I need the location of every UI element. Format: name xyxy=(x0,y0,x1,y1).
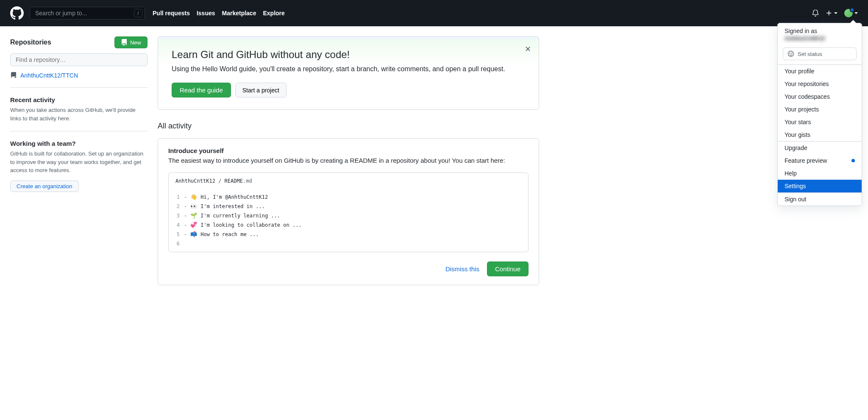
menu-your-profile[interactable]: Your profile xyxy=(778,65,862,78)
nav-issues[interactable]: Issues xyxy=(197,10,215,17)
introduce-body: The easiest way to introduce yourself on… xyxy=(168,156,529,166)
all-activity-heading: All activity xyxy=(158,122,539,131)
readme-path: AnhthuCnttK12 / README.md xyxy=(169,173,528,189)
new-repo-button[interactable]: New xyxy=(114,36,147,48)
svg-point-2 xyxy=(792,53,792,53)
global-header: / Pull requests Issues Marketplace Explo… xyxy=(0,0,868,26)
introduce-card: Introduce yourself The easiest way to in… xyxy=(158,138,539,285)
start-project-button[interactable]: Start a project xyxy=(235,83,287,97)
code-line: 3-🌱I'm currently learning ... xyxy=(169,211,528,220)
set-status-label: Set status xyxy=(798,51,822,57)
introduce-title: Introduce yourself xyxy=(168,147,529,154)
banner-body: Using the Hello World guide, you'll crea… xyxy=(172,64,525,74)
create-org-button[interactable]: Create an organization xyxy=(10,181,79,192)
code-line: 2-👀I'm interested in ... xyxy=(169,202,528,211)
avatar xyxy=(844,9,853,17)
code-line: 6 xyxy=(169,239,528,248)
menu-help[interactable]: Help xyxy=(778,167,862,180)
continue-button[interactable]: Continue xyxy=(487,261,529,276)
user-dropdown: Signed in as AnhthuCnttK12 Set status Yo… xyxy=(777,23,862,206)
menu-your-repositories[interactable]: Your repositories xyxy=(778,78,862,90)
nav-marketplace[interactable]: Marketplace xyxy=(222,10,256,17)
add-menu[interactable] xyxy=(826,10,837,17)
nav-pull-requests[interactable]: Pull requests xyxy=(153,10,190,17)
set-status-button[interactable]: Set status xyxy=(783,47,857,60)
learn-banner: ✕ Learn Git and GitHub without any code!… xyxy=(158,36,539,110)
repo-link[interactable]: AnhthuCnttK12/TTCN xyxy=(10,72,147,79)
signed-in-user: AnhthuCnttK12 xyxy=(785,35,855,42)
menu-your-codespaces[interactable]: Your codespaces xyxy=(778,90,862,103)
new-repo-label: New xyxy=(130,39,141,46)
search-input[interactable] xyxy=(30,7,145,19)
close-icon[interactable]: ✕ xyxy=(525,45,531,54)
menu-your-projects[interactable]: Your projects xyxy=(778,103,862,116)
code-line: 1-👋Hi, I'm @AnhthuCnttK12 xyxy=(169,192,528,202)
recent-activity-text: When you take actions across GitHub, we'… xyxy=(10,106,147,122)
menu-your-stars[interactable]: Your stars xyxy=(778,116,862,128)
team-heading: Working with a team? xyxy=(10,140,147,147)
menu-settings[interactable]: Settings xyxy=(778,180,862,192)
svg-point-0 xyxy=(788,51,794,57)
search-container: / xyxy=(30,7,145,19)
menu-sign-out[interactable]: Sign out xyxy=(778,193,862,206)
dismiss-link[interactable]: Dismiss this xyxy=(445,265,479,273)
code-line: 5-📫How to reach me ... xyxy=(169,230,528,239)
sidebar: Repositories New AnhthuCnttK12/TTCN Rece… xyxy=(10,26,147,295)
menu-feature-preview[interactable]: Feature preview xyxy=(778,154,862,167)
banner-title: Learn Git and GitHub without any code! xyxy=(172,49,525,61)
menu-upgrade[interactable]: Upgrade xyxy=(778,142,862,154)
repositories-heading: Repositories xyxy=(10,39,51,46)
main-content: ✕ Learn Git and GitHub without any code!… xyxy=(158,26,539,295)
menu-your-gists[interactable]: Your gists xyxy=(778,128,862,141)
user-menu-trigger[interactable] xyxy=(844,9,858,17)
nav-explore[interactable]: Explore xyxy=(263,10,284,17)
recent-activity-heading: Recent activity xyxy=(10,96,147,103)
team-text: GitHub is built for collaboration. Set u… xyxy=(10,150,147,175)
notifications-icon[interactable] xyxy=(812,10,819,17)
repo-link-text: AnhthuCnttK12/TTCN xyxy=(20,72,78,79)
read-guide-button[interactable]: Read the guide xyxy=(172,83,231,97)
find-repo-input[interactable] xyxy=(10,53,147,66)
slash-hint: / xyxy=(134,9,142,17)
github-logo[interactable] xyxy=(10,6,24,20)
header-actions xyxy=(812,9,858,17)
signed-in-label: Signed in as xyxy=(785,28,855,34)
svg-point-1 xyxy=(790,53,790,53)
readme-preview: AnhthuCnttK12 / README.md 1-👋Hi, I'm @An… xyxy=(168,172,529,252)
feature-preview-indicator xyxy=(851,159,855,162)
primary-nav: Pull requests Issues Marketplace Explore xyxy=(153,10,285,17)
code-line: 4-💞️I'm looking to collaborate on ... xyxy=(169,220,528,230)
